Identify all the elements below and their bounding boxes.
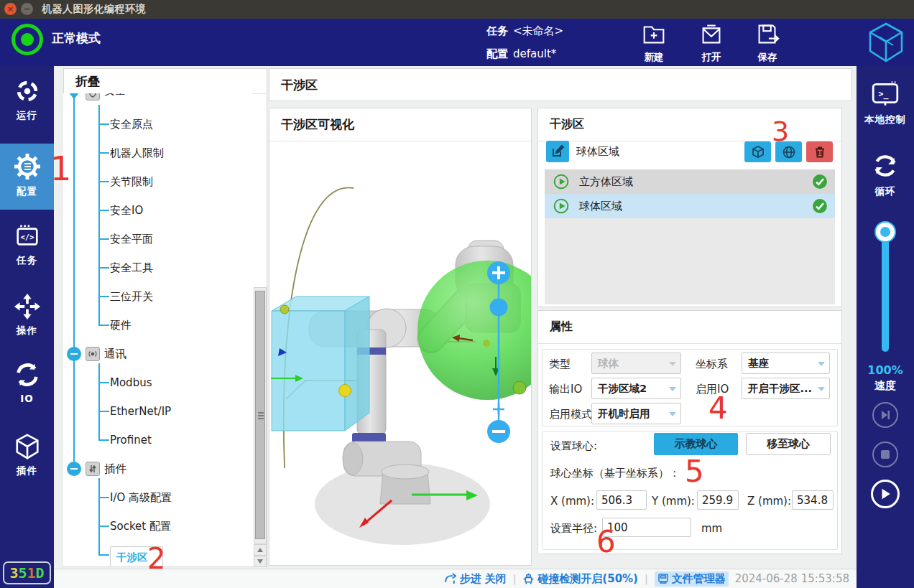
output-io-select[interactable]: 干涉区域2 [591,378,681,399]
tree-item-three-position-switch[interactable]: 三位开关 [110,288,153,305]
x-input[interactable] [596,490,647,510]
annotation-2: 2 [147,544,165,573]
task-value: <未命名> [513,24,563,38]
y-label: Y (mm): [652,495,695,508]
nav-item-jog-label: 操作 [0,325,54,337]
loop-button[interactable]: 循环 [858,151,913,198]
enable-mode-select[interactable]: 开机时启用 [591,403,681,424]
teach-center-button[interactable]: 示教球心 [654,433,738,455]
play-icon[interactable] [553,198,569,214]
tree-item-profinet[interactable]: Profinet [110,431,152,449]
sphere-region[interactable] [417,261,531,400]
z-input[interactable] [792,490,834,510]
nav-item-plugin[interactable]: 插件 [0,433,54,477]
open-task-button[interactable]: 打开 [688,20,734,64]
move-to-center-button[interactable]: 移至球心 [746,433,831,455]
file-manager-text: 文件管理器 [672,572,726,586]
open-file-icon [698,20,725,47]
zone-row-sphere[interactable]: 球体区域 [545,194,835,218]
nav-item-io[interactable]: IO [0,361,54,404]
tree-item-joint-limits[interactable]: 关节限制 [110,173,153,190]
zone-row-cube[interactable]: 立方体区域 [545,169,835,194]
tree-item-hardware[interactable]: 硬件 [110,317,131,334]
cube-zone-button[interactable] [744,141,771,162]
nav-item-config[interactable]: 配置 [0,152,54,198]
tree-item-socket-config[interactable]: Socket 配置 [110,518,171,535]
collision-detection-status[interactable]: 碰撞检测开启(50%) [522,572,638,586]
loop-label: 循环 [858,185,913,198]
tree-node-comm[interactable]: 通讯 [104,345,126,363]
tree-item-safety-plane[interactable]: 安全平面 [110,230,153,248]
stop-button[interactable] [872,442,898,467]
step-forward-button[interactable] [872,402,898,428]
radius-unit: mm [701,522,722,535]
nav-item-jog[interactable]: 操作 [0,293,54,337]
app-logo-icon [867,21,905,64]
tree-collapse-arrow-icon[interactable] [68,93,80,99]
tree-tick [98,382,109,383]
y-input[interactable] [697,490,739,510]
new-task-button[interactable]: 新建 [631,20,677,64]
frame-select[interactable]: 基座 [742,353,830,374]
tree-item-ethernet-ip[interactable]: EtherNet/IP [110,403,171,420]
x-label: X (mm): [550,495,594,508]
rename-zone-button[interactable] [546,141,569,162]
version-badge: 3 5 1 D [3,561,51,584]
badge-char: 1 [27,566,36,580]
delete-zone-button[interactable] [806,141,833,162]
local-control-button[interactable]: >_ 本地控制 [858,79,913,126]
gizmo-handle[interactable] [490,299,508,317]
tree-scroll-up-button[interactable] [254,544,267,556]
cube-region[interactable] [272,297,369,431]
type-label: 类型 [549,358,571,371]
badge-char: D [36,566,45,580]
nav-item-task[interactable]: </> 任务 [0,223,54,267]
window-close-button[interactable]: × [4,3,17,15]
speed-label: 速度 [857,379,914,393]
scroll-down-icon [257,559,263,564]
tree-item-safety-io[interactable]: 安全IO [110,202,143,219]
status-timestamp: 2024-06-28 15:53:58 [735,572,849,585]
tree-collapse-header[interactable]: 折叠 [64,69,267,94]
new-folder-icon [640,20,668,47]
gizmo-plus-button[interactable] [487,261,510,284]
enable-io-select[interactable]: 开启干涉区... [742,378,830,399]
speed-slider-handle[interactable] [876,223,895,241]
page-title-text: 干涉区 [281,77,318,93]
play-icon[interactable] [553,174,569,190]
tree-item-safety-tool[interactable]: 安全工具 [110,259,153,276]
gizmo-minus-button[interactable] [487,420,510,443]
tree-scroll-down-button[interactable] [254,556,267,567]
window-minimize-button[interactable]: − [21,3,33,15]
tree-tick [98,123,109,125]
tree-item-modbus[interactable]: Modbus [110,374,152,391]
chevron-down-icon [669,387,676,391]
tree-collapse-minus-icon[interactable] [67,462,81,476]
step-mode-status[interactable]: 步进 关闭 [444,572,506,586]
config-tree[interactable]: 安全 安全原点 机器人限制 关节限制 安全IO 安全平面 安全工具 三位开关 硬… [63,93,252,566]
tree-item-io-advanced[interactable]: I/O 高级配置 [110,489,172,506]
play-button[interactable] [871,480,900,508]
viewport-3d[interactable] [269,141,531,565]
properties-title: 属性 [538,311,841,344]
svg-text:</>: </> [20,233,34,241]
config-gear-icon [13,152,42,181]
tree-scrollbar-thumb[interactable] [255,291,265,539]
window-titlebar: × − 机器人图形化编程环境 [0,0,914,19]
chevron-down-icon [669,362,676,366]
tree-item-safety-origin[interactable]: 安全原点 [110,116,153,133]
tree-tick [98,181,109,182]
save-task-button[interactable]: 保存 [744,20,790,64]
tree-node-safety[interactable]: 安全 [104,93,126,99]
nav-item-config-label: 配置 [0,185,54,198]
radius-label: 设置半径: [550,522,597,536]
tree-node-plugin[interactable]: 插件 [104,460,126,477]
nav-item-run[interactable]: 运行 [0,78,54,122]
tree-item-robot-limits[interactable]: 机器人限制 [110,144,164,162]
file-manager-button[interactable]: 文件管理器 [655,571,729,587]
zone-panel-title-text: 干涉区 [550,117,584,132]
waypoint-ball [280,305,289,314]
tree-scrollbar[interactable] [254,287,267,544]
speed-slider-track[interactable] [882,231,889,352]
tree-collapse-minus-icon[interactable] [67,347,81,361]
